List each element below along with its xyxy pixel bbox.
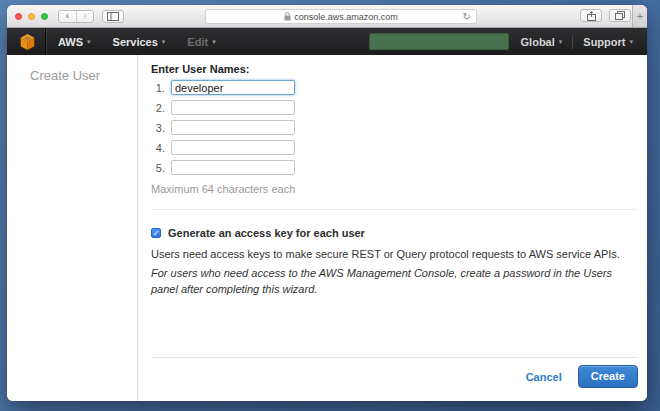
max-characters-hint: Maximum 64 characters each bbox=[151, 183, 638, 195]
chevron-down-icon: ▾ bbox=[629, 38, 633, 46]
menu-edit[interactable]: Edit ▾ bbox=[187, 36, 215, 48]
navbar-right: Global ▾ Support ▾ bbox=[369, 28, 633, 55]
menu-aws-label: AWS bbox=[58, 36, 83, 48]
tab-overview-button[interactable] bbox=[609, 9, 631, 22]
menu-support[interactable]: Support ▾ bbox=[583, 36, 633, 48]
tabs-icon bbox=[615, 11, 625, 20]
account-name-redacted[interactable] bbox=[369, 33, 509, 50]
traffic-lights bbox=[15, 13, 48, 20]
forward-button[interactable]: › bbox=[76, 11, 93, 22]
toolbar-right-tools bbox=[580, 9, 631, 22]
zoom-window-button[interactable] bbox=[41, 13, 48, 20]
row-number: 4. bbox=[151, 142, 165, 154]
aws-navbar: AWS ▾ Services ▾ Edit ▾ Global ▾ Support… bbox=[7, 28, 647, 55]
user-name-input-1[interactable] bbox=[171, 80, 295, 95]
user-name-input-3[interactable] bbox=[171, 120, 295, 135]
aws-cube-logo-icon[interactable] bbox=[20, 34, 35, 50]
menu-support-label: Support bbox=[583, 36, 625, 48]
menu-services-label: Services bbox=[113, 36, 158, 48]
access-key-option[interactable]: ✓ Generate an access key for each user bbox=[151, 227, 638, 239]
user-name-row: 2. bbox=[151, 100, 638, 115]
chevron-down-icon: ▾ bbox=[559, 38, 563, 46]
navbar-divider bbox=[572, 35, 573, 49]
menu-edit-label: Edit bbox=[187, 36, 208, 48]
address-bar[interactable]: console.aws.amazon.com ↻ bbox=[205, 9, 477, 24]
create-user-form: Enter User Names: 1. 2. 3. 4. 5. Maxi bbox=[138, 55, 647, 401]
access-key-label: Generate an access key for each user bbox=[168, 227, 365, 239]
console-password-note: For users who need access to the AWS Man… bbox=[151, 266, 637, 298]
browser-toolbar: ‹ › console.aws.amazon.com ↻ bbox=[7, 5, 647, 28]
create-button[interactable]: Create bbox=[578, 365, 638, 388]
chevron-down-icon: ▾ bbox=[212, 38, 216, 46]
row-number: 5. bbox=[151, 162, 165, 174]
menu-global[interactable]: Global ▾ bbox=[521, 36, 563, 48]
new-tab-button[interactable]: + bbox=[632, 5, 647, 27]
navbar-divider bbox=[45, 28, 46, 55]
browser-window: ‹ › console.aws.amazon.com ↻ bbox=[7, 5, 647, 401]
wizard-footer: Cancel Create bbox=[151, 358, 638, 401]
address-url: console.aws.amazon.com bbox=[294, 12, 398, 22]
page-content: Create User Enter User Names: 1. 2. 3. 4… bbox=[7, 55, 647, 401]
menu-services[interactable]: Services ▾ bbox=[113, 36, 166, 48]
user-name-input-5[interactable] bbox=[171, 160, 295, 175]
sidebar-toggle-button[interactable] bbox=[102, 10, 124, 23]
share-icon bbox=[587, 11, 596, 21]
reload-button[interactable]: ↻ bbox=[463, 10, 471, 23]
row-number: 3. bbox=[151, 122, 165, 134]
enter-user-names-label: Enter User Names: bbox=[151, 63, 638, 75]
section-divider bbox=[151, 209, 638, 210]
share-button[interactable] bbox=[580, 9, 602, 22]
minimize-window-button[interactable] bbox=[28, 13, 35, 20]
wizard-sidebar: Create User bbox=[7, 55, 138, 401]
menu-aws[interactable]: AWS ▾ bbox=[58, 36, 91, 48]
user-name-row: 5. bbox=[151, 160, 638, 175]
access-key-checkbox[interactable]: ✓ bbox=[151, 228, 161, 238]
user-name-row: 3. bbox=[151, 120, 638, 135]
chevron-down-icon: ▾ bbox=[162, 38, 166, 46]
cancel-button[interactable]: Cancel bbox=[526, 371, 562, 383]
access-key-description: Users need access keys to make secure RE… bbox=[151, 248, 637, 260]
close-window-button[interactable] bbox=[15, 13, 22, 20]
sidebar-icon bbox=[107, 12, 119, 21]
row-number: 1. bbox=[151, 82, 165, 94]
history-nav-group: ‹ › bbox=[58, 10, 94, 23]
user-name-row: 1. bbox=[151, 80, 638, 95]
row-number: 2. bbox=[151, 102, 165, 114]
menu-global-label: Global bbox=[521, 36, 555, 48]
user-name-input-2[interactable] bbox=[171, 100, 295, 115]
user-name-row: 4. bbox=[151, 140, 638, 155]
back-button[interactable]: ‹ bbox=[59, 11, 76, 22]
page-title: Create User bbox=[30, 68, 137, 83]
lock-icon bbox=[284, 12, 291, 21]
user-name-input-4[interactable] bbox=[171, 140, 295, 155]
chevron-down-icon: ▾ bbox=[87, 38, 91, 46]
